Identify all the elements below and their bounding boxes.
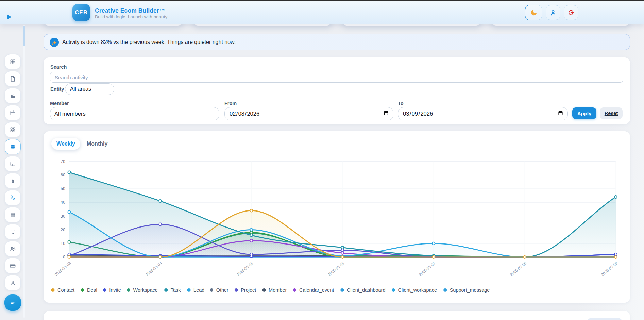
- svg-text:Calendar_event: Calendar_event: [299, 287, 334, 293]
- svg-text:Client_workspace: Client_workspace: [398, 287, 437, 293]
- svg-text:Invite: Invite: [109, 287, 121, 293]
- svg-text:20: 20: [61, 228, 65, 232]
- svg-text:Deal: Deal: [87, 287, 97, 293]
- svg-text:Other: Other: [216, 287, 228, 293]
- svg-text:30: 30: [61, 214, 65, 219]
- svg-text:2026-03-07: 2026-03-07: [418, 261, 436, 277]
- svg-text:Task: Task: [171, 287, 181, 293]
- svg-text:2026-03-09: 2026-03-09: [600, 261, 618, 277]
- svg-text:Workspace: Workspace: [133, 287, 158, 293]
- svg-text:70: 70: [61, 159, 65, 164]
- svg-text:60: 60: [61, 173, 65, 178]
- svg-text:Project: Project: [241, 287, 256, 293]
- svg-text:40: 40: [61, 200, 65, 205]
- svg-text:Support_message: Support_message: [450, 287, 490, 293]
- svg-text:Lead: Lead: [193, 287, 204, 293]
- svg-text:Contact: Contact: [57, 287, 74, 293]
- svg-text:50: 50: [61, 186, 65, 191]
- svg-text:Client_dashboard: Client_dashboard: [347, 287, 386, 293]
- svg-text:0: 0: [63, 255, 65, 259]
- svg-text:2026-03-04: 2026-03-04: [145, 261, 163, 277]
- svg-text:2026-03-06: 2026-03-06: [327, 261, 345, 277]
- svg-text:2026-03-08: 2026-03-08: [509, 261, 527, 277]
- svg-text:2026-03-05: 2026-03-05: [236, 261, 254, 277]
- svg-text:2026-03-03: 2026-03-03: [54, 261, 72, 277]
- svg-text:Member: Member: [269, 287, 287, 293]
- svg-text:10: 10: [61, 241, 65, 246]
